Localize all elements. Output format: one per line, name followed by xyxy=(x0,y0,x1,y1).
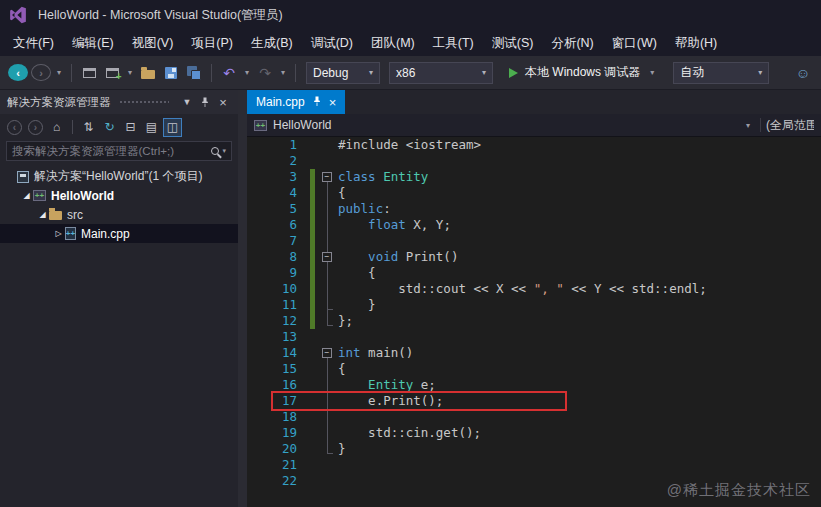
fold-toggle-icon[interactable]: − xyxy=(322,252,332,262)
chevron-down-icon[interactable]: ▾ xyxy=(746,121,750,130)
undo-caret-icon[interactable]: ▾ xyxy=(242,68,252,77)
title-bar: HelloWorld - Microsoft Visual Studio(管理员… xyxy=(0,0,821,30)
undo-icon[interactable]: ↶ xyxy=(219,62,239,84)
preview-selected-items-icon[interactable]: ◫ xyxy=(163,118,182,137)
code-line-6[interactable]: 6 float X, Y; xyxy=(247,217,821,233)
open-file-icon[interactable] xyxy=(138,62,158,84)
refresh-icon[interactable]: ↻ xyxy=(100,118,119,137)
panel-header[interactable]: 解决方案资源管理器 ▼ × xyxy=(0,90,238,114)
code-line-18[interactable]: 18 xyxy=(247,409,821,425)
menu-item-7[interactable]: 工具(T) xyxy=(424,31,483,56)
line-number: 6 xyxy=(247,217,297,233)
code-segment-txt: : xyxy=(383,201,391,216)
panel-grip[interactable] xyxy=(119,100,170,105)
nav-project-dropdown[interactable]: HelloWorld xyxy=(273,118,331,132)
code-line-5[interactable]: 5public: xyxy=(247,201,821,217)
start-debugging-button[interactable]: 本地 Windows 调试器 ▾ xyxy=(501,61,665,85)
chevron-down-icon: ▾ xyxy=(482,68,486,77)
chevron-down-icon: ▾ xyxy=(369,68,373,77)
code-line-7[interactable]: 7 xyxy=(247,233,821,249)
tree-item-file-main-cpp[interactable]: ▷++Main.cpp xyxy=(0,224,238,243)
save-all-icon[interactable] xyxy=(184,62,204,84)
code-line-19[interactable]: 19 std::cin.get(); xyxy=(247,425,821,441)
code-line-8[interactable]: 8 void Print() xyxy=(247,249,821,265)
pin-icon[interactable] xyxy=(197,94,213,110)
code-segment-kw: public xyxy=(338,201,383,216)
expander-icon[interactable]: ◢ xyxy=(20,191,33,200)
expander-icon[interactable]: ▷ xyxy=(52,229,65,238)
window-position-icon[interactable]: ▼ xyxy=(179,94,195,110)
menu-item-11[interactable]: 帮助(H) xyxy=(666,31,726,56)
collapse-all-icon[interactable]: ⊟ xyxy=(121,118,140,137)
cpp-project-icon: ++ xyxy=(33,190,46,201)
code-line-17[interactable]: 17 e.Print(); xyxy=(247,393,821,409)
fold-toggle-icon[interactable]: − xyxy=(322,172,332,182)
tree-item-project-helloworld[interactable]: ◢++HelloWorld xyxy=(0,186,238,205)
menu-item-3[interactable]: 项目(P) xyxy=(182,31,242,56)
code-line-9[interactable]: 9 { xyxy=(247,265,821,281)
menu-item-10[interactable]: 窗口(W) xyxy=(603,31,666,56)
code-line-1[interactable]: 1#include <iostream> xyxy=(247,137,821,153)
code-line-15[interactable]: 15{ xyxy=(247,361,821,377)
redo-icon[interactable]: ↷ xyxy=(255,62,275,84)
navigation-caret-icon[interactable]: ▾ xyxy=(54,68,64,77)
code-line-4[interactable]: 4{ xyxy=(247,185,821,201)
auto-combo[interactable]: 自动 ▾ xyxy=(673,62,769,84)
navigate-forward-icon[interactable]: › xyxy=(28,120,43,135)
new-project-icon[interactable] xyxy=(79,62,99,84)
feedback-icon[interactable]: ☺ xyxy=(793,62,813,84)
menu-item-5[interactable]: 调试(D) xyxy=(302,31,362,56)
navigate-back-icon[interactable]: ‹ xyxy=(7,120,22,135)
navigate-backward-icon[interactable]: ‹ xyxy=(8,64,28,81)
search-caret-icon[interactable]: ▾ xyxy=(222,147,226,155)
code-text: public: xyxy=(338,201,391,217)
add-item-caret-icon[interactable]: ▾ xyxy=(125,68,135,77)
solution-icon xyxy=(17,171,29,183)
tab-main-cpp[interactable]: Main.cpp × xyxy=(247,90,345,114)
fold-toggle-icon[interactable]: − xyxy=(322,348,332,358)
menu-item-0[interactable]: 文件(F) xyxy=(4,31,63,56)
menu-item-2[interactable]: 视图(V) xyxy=(123,31,183,56)
explorer-toolbar: ‹›⌂⇅↻⊟▤◫ xyxy=(0,114,238,140)
search-icon[interactable] xyxy=(211,147,219,155)
code-line-16[interactable]: 16 Entity e; xyxy=(247,377,821,393)
code-line-13[interactable]: 13 xyxy=(247,329,821,345)
code-line-3[interactable]: 3class Entity xyxy=(247,169,821,185)
code-line-11[interactable]: 11 } xyxy=(247,297,821,313)
menu-item-8[interactable]: 测试(S) xyxy=(483,31,543,56)
expander-icon[interactable]: ◢ xyxy=(36,210,49,219)
home-icon[interactable]: ⌂ xyxy=(47,118,66,137)
show-all-files-icon[interactable]: ▤ xyxy=(142,118,161,137)
line-number: 3 xyxy=(247,169,297,185)
solution-search-input[interactable]: 搜索解决方案资源管理器(Ctrl+;) ▾ xyxy=(6,141,232,161)
code-segment-kw: class xyxy=(338,169,376,184)
code-line-14[interactable]: 14int main() xyxy=(247,345,821,361)
panel-splitter[interactable] xyxy=(238,90,247,507)
code-line-2[interactable]: 2 xyxy=(247,153,821,169)
sync-with-active-document-icon[interactable]: ⇅ xyxy=(79,118,98,137)
line-number: 22 xyxy=(247,473,297,489)
redo-caret-icon[interactable]: ▾ xyxy=(278,68,288,77)
save-icon[interactable] xyxy=(161,62,181,84)
platform-combo[interactable]: x86 ▾ xyxy=(389,62,493,84)
menu-item-9[interactable]: 分析(N) xyxy=(542,31,602,56)
navigate-forward-icon[interactable]: › xyxy=(31,64,51,81)
close-icon[interactable]: × xyxy=(329,95,337,110)
pin-icon[interactable] xyxy=(312,95,322,109)
menu-item-4[interactable]: 生成(B) xyxy=(242,31,302,56)
code-line-12[interactable]: 12}; xyxy=(247,313,821,329)
tree-item-folder-src[interactable]: ◢src xyxy=(0,205,238,224)
code-line-20[interactable]: 20} xyxy=(247,441,821,457)
code-line-10[interactable]: 10 std::cout << X << ", " << Y << std::e… xyxy=(247,281,821,297)
tree-item-solution-node[interactable]: 解决方案“HelloWorld”(1 个项目) xyxy=(0,167,238,186)
code-area[interactable]: 1#include <iostream>23class Entity4{5pub… xyxy=(247,137,821,507)
line-number: 21 xyxy=(247,457,297,473)
menu-item-6[interactable]: 团队(M) xyxy=(362,31,424,56)
menu-item-1[interactable]: 编辑(E) xyxy=(63,31,123,56)
close-icon[interactable]: × xyxy=(215,94,231,110)
nav-scope-dropdown[interactable]: (全局范围) xyxy=(766,117,814,134)
code-line-21[interactable]: 21 xyxy=(247,457,821,473)
line-number: 18 xyxy=(247,409,297,425)
add-new-item-icon[interactable] xyxy=(102,62,122,84)
configuration-combo[interactable]: Debug ▾ xyxy=(306,62,380,84)
